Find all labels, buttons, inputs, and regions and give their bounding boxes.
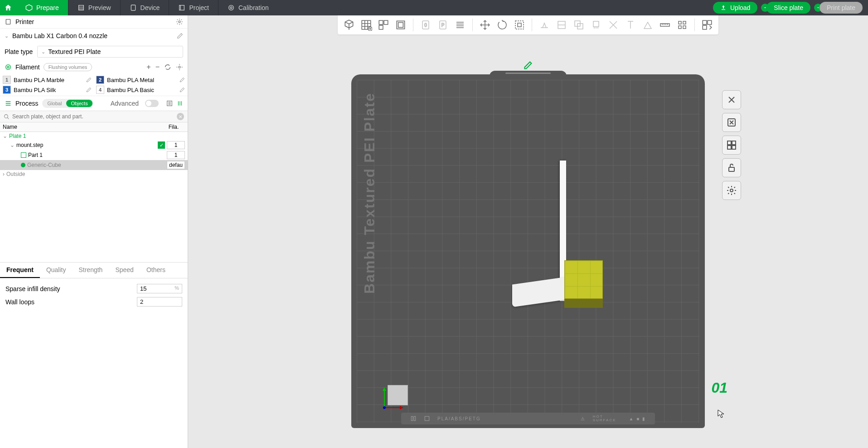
lay-flat-tool[interactable] <box>538 18 551 32</box>
split-objects-button[interactable]: 0 <box>419 18 432 32</box>
edit-plate-icon[interactable] <box>524 61 533 70</box>
scale-tool[interactable] <box>513 18 526 32</box>
plate-footer: PLA/ABS/PETG ⚠ HOTSURFACE ▲ ■ ▮ <box>401 413 655 424</box>
search-input[interactable] <box>12 113 174 120</box>
plate-action-buttons <box>722 90 741 200</box>
add-filament-button[interactable]: + <box>146 63 150 71</box>
infill-density-input-wrap: % <box>137 284 182 293</box>
orient-plate-button[interactable] <box>722 136 741 155</box>
svg-point-41 <box>383 406 386 409</box>
filament-slot-3[interactable]: 3 Bambu PLA Silk <box>3 86 92 94</box>
tab-project[interactable]: Project <box>169 0 218 15</box>
svg-rect-46 <box>727 141 731 145</box>
split-parts-button[interactable]: P <box>436 18 450 32</box>
3d-viewport[interactable]: 0 P Bambu Textured PEI <box>188 15 868 448</box>
tab-speed[interactable]: Speed <box>109 263 140 278</box>
remove-filament-button[interactable]: − <box>155 63 160 71</box>
svg-point-4 <box>230 7 232 9</box>
tab-strength[interactable]: Strength <box>72 263 109 278</box>
tree-cube-fila[interactable]: defau <box>167 161 185 169</box>
printer-icon <box>5 18 12 25</box>
rotate-tool[interactable] <box>495 18 509 32</box>
gear-icon[interactable] <box>176 63 183 71</box>
add-cube-button[interactable] <box>342 18 356 32</box>
tree-outside[interactable]: › Outside <box>0 170 188 178</box>
plate-settings-button[interactable] <box>722 181 741 200</box>
lock-plate-button[interactable] <box>722 158 741 177</box>
tab-frequent[interactable]: Frequent <box>0 263 40 278</box>
tab-calibration[interactable]: Calibration <box>218 0 278 15</box>
edit-icon[interactable] <box>86 87 92 93</box>
clear-search-button[interactable]: ✕ <box>177 113 184 120</box>
tab-preview[interactable]: Preview <box>68 0 121 15</box>
settings-icon[interactable] <box>177 100 183 107</box>
sync-icon[interactable] <box>164 63 171 71</box>
advanced-toggle[interactable] <box>145 100 159 107</box>
left-panel: Printer ⌄ Bambu Lab X1 Carbon 0.4 nozzle… <box>0 15 188 448</box>
cut-tool[interactable] <box>555 18 568 32</box>
toggle-global[interactable]: Global <box>43 100 67 107</box>
tree-cube-label: Generic-Cube <box>27 162 165 168</box>
tree-cube[interactable]: Generic-Cube defau <box>0 160 188 170</box>
measure-tool[interactable] <box>658 18 672 32</box>
upload-button[interactable]: Upload <box>713 2 757 14</box>
filament-swatch: 2 <box>96 76 104 84</box>
mesh-boolean-tool[interactable] <box>572 18 586 32</box>
tree-part1-fila[interactable]: 1 <box>167 151 185 159</box>
tab-prepare[interactable]: Prepare <box>16 0 68 15</box>
support-paint-tool[interactable] <box>589 18 603 32</box>
infill-density-input[interactable] <box>140 285 167 292</box>
tab-device[interactable]: Device <box>121 0 170 15</box>
print-plate-button: Print plate <box>820 2 863 14</box>
move-tool[interactable] <box>478 18 492 32</box>
list-icon[interactable] <box>166 100 173 107</box>
tab-others[interactable]: Others <box>140 263 172 278</box>
arrange-button[interactable] <box>377 18 390 32</box>
variable-height-button[interactable] <box>453 18 467 32</box>
filament-section-label: Filament <box>15 63 40 71</box>
filament-slot-4[interactable]: 4 Bambu PLA Basic <box>96 86 185 94</box>
close-plate-button[interactable] <box>722 90 741 109</box>
assembly-view-button[interactable] <box>700 18 714 32</box>
filament-slot-1[interactable]: 1 Bambu PLA Marble <box>3 76 92 84</box>
tab-quality[interactable]: Quality <box>40 263 73 278</box>
tree-plate[interactable]: ⌄ Plate 1 <box>0 132 188 140</box>
plate-type-select[interactable]: ⌄ Textured PEI Plate <box>37 46 183 58</box>
home-button[interactable] <box>0 0 16 15</box>
seam-paint-tool[interactable] <box>606 18 620 32</box>
build-plate[interactable]: Bambu Textured PEI Plate <box>351 74 705 428</box>
tree-part1[interactable]: Part 1 1 <box>0 150 188 160</box>
edit-icon[interactable] <box>179 87 185 93</box>
axis-gizmo[interactable] <box>381 385 408 412</box>
gear-icon[interactable] <box>176 18 183 25</box>
printer-select[interactable]: ⌄ Bambu Lab X1 Carbon 0.4 nozzle <box>0 29 188 43</box>
toggle-objects[interactable]: Objects <box>66 100 92 107</box>
svg-rect-48 <box>727 146 731 149</box>
wall-loops-input[interactable] <box>140 298 167 305</box>
edit-icon[interactable] <box>177 33 183 39</box>
global-objects-toggle[interactable]: Global Objects <box>42 99 93 108</box>
assembly-tool[interactable] <box>675 18 689 32</box>
tree-mount-fila[interactable]: 1 <box>167 141 185 149</box>
color-paint-tool[interactable] <box>641 18 655 32</box>
tree-mount[interactable]: ⌄ mount.step ✓ 1 <box>0 140 188 150</box>
device-icon <box>130 4 137 11</box>
edit-icon[interactable] <box>179 77 185 83</box>
svg-rect-32 <box>679 26 681 29</box>
object-generic-cube[interactable] <box>564 260 603 299</box>
edit-icon[interactable] <box>86 77 92 83</box>
arrange-plate-button[interactable] <box>722 113 741 132</box>
upload-label: Upload <box>730 4 750 11</box>
flushing-volumes-button[interactable]: Flushing volumes <box>44 63 92 71</box>
plate-number: 01 <box>711 380 727 396</box>
object-cube-shadow <box>564 299 603 308</box>
filament-slot-2[interactable]: 2 Bambu PLA Metal <box>96 76 185 84</box>
orient-button[interactable] <box>394 18 407 32</box>
filament-name: Bambu PLA Basic <box>107 87 177 93</box>
slice-plate-button[interactable]: Slice plate <box>766 2 810 14</box>
toolbar-ribbon: 0 P <box>338 15 718 34</box>
tree-checkbox[interactable]: ✓ <box>158 141 165 149</box>
text-tool[interactable] <box>624 18 637 32</box>
svg-rect-14 <box>379 20 383 24</box>
add-plate-button[interactable] <box>359 18 373 32</box>
